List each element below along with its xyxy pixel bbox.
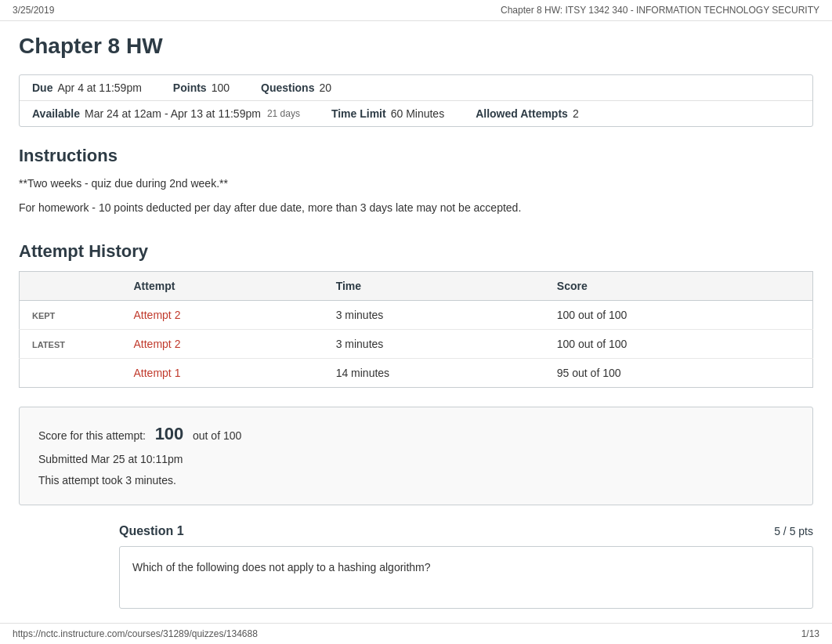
meta-due: Due Apr 4 at 11:59pm xyxy=(32,81,142,94)
question-body: Which of the following does not apply to… xyxy=(119,546,813,609)
available-note: 21 days xyxy=(267,108,300,119)
question-header: Question 1 5 / 5 pts xyxy=(119,524,813,538)
due-value: Apr 4 at 11:59pm xyxy=(57,81,141,94)
col-time-header: Time xyxy=(324,272,544,301)
questions-value: 20 xyxy=(319,81,331,94)
attempt-history-section: Attempt History Attempt Time Score KEPT … xyxy=(19,241,813,388)
top-course: Chapter 8 HW: ITSY 1342 340 - INFORMATIO… xyxy=(501,5,819,16)
score-label: Score for this attempt: xyxy=(38,429,146,442)
bottom-url: https://nctc.instructure.com/courses/312… xyxy=(13,628,258,639)
row3-badge xyxy=(20,359,121,388)
top-date: 3/25/2019 xyxy=(13,5,54,16)
instructions-section: Instructions **Two weeks - quiz due duri… xyxy=(19,146,813,216)
meta-available: Available Mar 24 at 12am - Apr 13 at 11:… xyxy=(32,107,300,120)
duration-line: This attempt took 3 minutes. xyxy=(38,472,794,489)
score-value: 100 xyxy=(155,424,184,443)
row2-attempt[interactable]: Attempt 2 xyxy=(121,330,324,359)
available-label: Available xyxy=(32,107,80,120)
score-out-of: out of 100 xyxy=(193,429,241,442)
col-score-header: Score xyxy=(544,272,813,301)
table-row: Attempt 1 14 minutes 95 out of 100 xyxy=(20,359,813,388)
top-bar: 3/25/2019 Chapter 8 HW: ITSY 1342 340 - … xyxy=(0,0,832,21)
meta-points: Points 100 xyxy=(173,81,230,94)
row2-time: 3 minutes xyxy=(324,330,544,359)
table-row: KEPT Attempt 2 3 minutes 100 out of 100 xyxy=(20,301,813,330)
page-title: Chapter 8 HW xyxy=(19,34,813,59)
question-text: Which of the following does not apply to… xyxy=(132,559,800,576)
row1-attempt[interactable]: Attempt 2 xyxy=(121,301,324,330)
attempt-history-title: Attempt History xyxy=(19,241,813,262)
instructions-title: Instructions xyxy=(19,146,813,166)
due-label: Due xyxy=(32,81,52,94)
table-row: LATEST Attempt 2 3 minutes 100 out of 10… xyxy=(20,330,813,359)
bottom-bar: https://nctc.instructure.com/courses/312… xyxy=(0,623,832,644)
meta-row-1: Due Apr 4 at 11:59pm Points 100 Question… xyxy=(20,75,812,101)
row2-score: 100 out of 100 xyxy=(544,330,813,359)
points-label: Points xyxy=(173,81,207,94)
meta-box: Due Apr 4 at 11:59pm Points 100 Question… xyxy=(19,74,813,127)
row1-badge: KEPT xyxy=(20,301,121,330)
row3-time: 14 minutes xyxy=(324,359,544,388)
score-line: Score for this attempt: 100 out of 100 xyxy=(38,420,794,447)
time-limit-label: Time Limit xyxy=(331,107,386,120)
submitted-line: Submitted Mar 25 at 10:11pm xyxy=(38,450,794,468)
row3-attempt[interactable]: Attempt 1 xyxy=(121,359,324,388)
attempt-table: Attempt Time Score KEPT Attempt 2 3 minu… xyxy=(19,271,813,388)
row1-time: 3 minutes xyxy=(324,301,544,330)
meta-questions: Questions 20 xyxy=(261,81,331,94)
row3-score: 95 out of 100 xyxy=(544,359,813,388)
bottom-page: 1/13 xyxy=(801,628,819,639)
time-limit-value: 60 Minutes xyxy=(391,107,444,120)
allowed-attempts-value: 2 xyxy=(573,107,579,120)
col-attempt-header: Attempt xyxy=(121,272,324,301)
meta-time-limit: Time Limit 60 Minutes xyxy=(331,107,444,120)
main-content: Chapter 8 HW Due Apr 4 at 11:59pm Points… xyxy=(0,21,832,628)
points-value: 100 xyxy=(212,81,230,94)
row1-score: 100 out of 100 xyxy=(544,301,813,330)
row2-badge: LATEST xyxy=(20,330,121,359)
question-pts: 5 / 5 pts xyxy=(774,525,813,537)
question-title: Question 1 xyxy=(119,524,184,538)
allowed-attempts-label: Allowed Attempts xyxy=(476,107,568,120)
score-summary: Score for this attempt: 100 out of 100 S… xyxy=(19,407,813,505)
available-value: Mar 24 at 12am - Apr 13 at 11:59pm xyxy=(85,107,261,120)
meta-allowed-attempts: Allowed Attempts 2 xyxy=(476,107,579,120)
col-badge-header xyxy=(20,272,121,301)
question-section: Question 1 5 / 5 pts Which of the follow… xyxy=(19,524,813,609)
instructions-line1: **Two weeks - quiz due during 2nd week.*… xyxy=(19,175,813,192)
instructions-line2: For homework - 10 points deducted per da… xyxy=(19,200,813,216)
meta-row-2: Available Mar 24 at 12am - Apr 13 at 11:… xyxy=(20,101,812,126)
questions-label: Questions xyxy=(261,81,314,94)
